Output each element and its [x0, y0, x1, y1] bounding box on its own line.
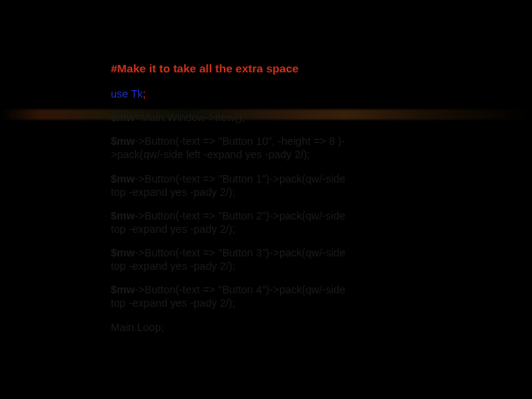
code-rest: ->Button(-text => "Button 10", -height =… [111, 135, 345, 160]
module-tk: Tk [131, 88, 143, 100]
keyword-use: use [111, 88, 131, 100]
variable-mw: $mw [111, 210, 134, 222]
variable-mw: $mw [111, 247, 134, 259]
code-rest: ->Button(-text => "Button 4")->pack(qw/-… [111, 284, 345, 309]
code-line-button4: $mw->Button(-text => "Button 4")->pack(q… [111, 283, 347, 310]
semicolon: ; [143, 88, 146, 100]
code-rest: ->Button(-text => "Button 1")->pack(qw/-… [111, 173, 345, 198]
code-line-button10: $mw->Button(-text => "Button 10", -heigh… [111, 134, 347, 161]
slide-title: #Make it to take all the extra space [111, 62, 347, 75]
code-line-mw-new: $mw=Main.Window->new(); [111, 111, 347, 124]
variable-mw: $mw [111, 112, 134, 123]
code-line-button2: $mw->Button(-text => "Button 2")->pack(q… [111, 209, 347, 236]
variable-mw: $mw [111, 135, 134, 147]
code-line-use: use Tk; [111, 87, 347, 100]
code-rest: ->Button(-text => "Button 3")->pack(qw/-… [111, 247, 345, 272]
code-line-button1: $mw->Button(-text => "Button 1")->pack(q… [111, 172, 347, 199]
code-line-mainloop: Main.Loop; [111, 321, 347, 334]
code-line-button3: $mw->Button(-text => "Button 3")->pack(q… [111, 246, 347, 273]
code-rest: ->Button(-text => "Button 2")->pack(qw/-… [111, 210, 345, 235]
variable-mw: $mw [111, 284, 134, 296]
slide-content: #Make it to take all the extra space use… [111, 62, 347, 344]
code-rest: =Main.Window->new(); [134, 112, 245, 123]
variable-mw: $mw [111, 173, 134, 185]
